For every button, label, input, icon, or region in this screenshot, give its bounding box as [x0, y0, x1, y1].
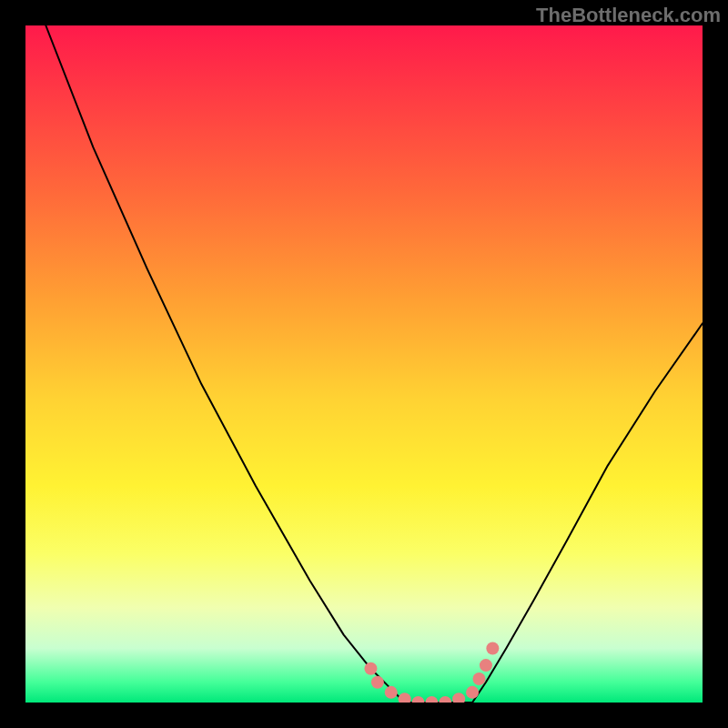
highlight-marker — [452, 693, 465, 703]
bottleneck-curve — [46, 25, 703, 703]
plot-area — [25, 25, 703, 703]
highlight-marker — [412, 696, 425, 703]
highlight-marker — [399, 693, 411, 703]
highlight-marker — [425, 696, 438, 703]
highlight-marker — [385, 686, 398, 699]
highlight-marker — [371, 676, 384, 689]
watermark-text: TheBottleneck.com — [536, 4, 721, 27]
highlight-marker — [480, 659, 492, 672]
curve-layer — [25, 25, 703, 703]
highlight-marker — [439, 696, 451, 703]
highlight-marker — [466, 686, 479, 699]
chart-frame: TheBottleneck.com — [0, 0, 728, 728]
highlight-marker — [472, 672, 485, 685]
highlight-marker — [486, 642, 499, 654]
curves-group — [46, 25, 703, 703]
highlight-marker — [364, 662, 377, 675]
